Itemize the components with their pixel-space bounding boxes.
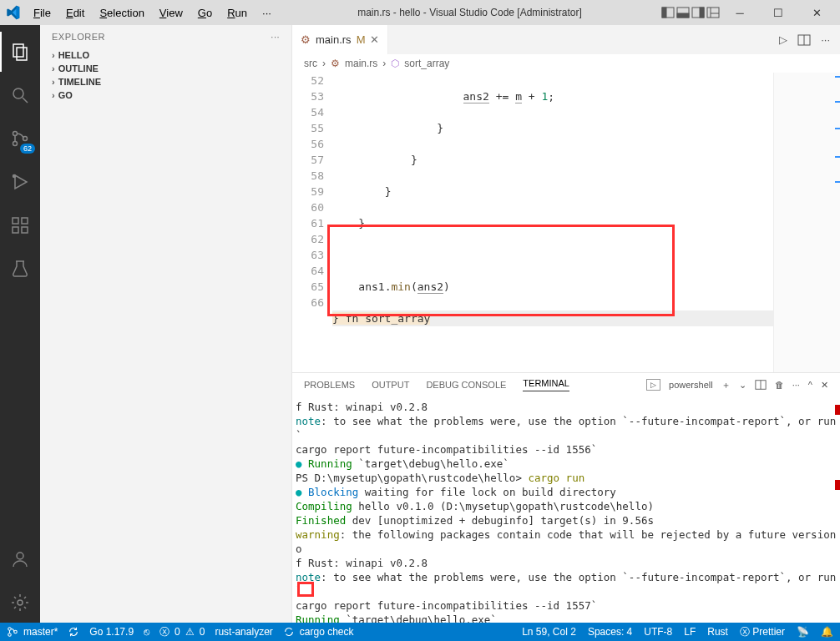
status-bar: master* Go 1.17.9 ⎋ ⓧ0 ⚠0 rust-analyzer … [0,623,840,641]
svg-rect-5 [700,8,704,18]
highlight-box-main [327,225,675,316]
layout-icon[interactable] [691,6,705,19]
tab-output[interactable]: OUTPUT [372,380,409,390]
tab-debug-console[interactable]: DEBUG CONSOLE [426,380,506,390]
svg-rect-9 [13,44,23,57]
layout-icon[interactable] [676,6,690,19]
layout-icon[interactable] [661,6,675,19]
more-icon[interactable]: ··· [821,33,830,46]
svg-line-12 [23,98,28,103]
svg-point-13 [13,132,18,136]
scm-badge: 62 [20,144,35,154]
status-sync[interactable] [68,626,79,638]
svg-point-23 [17,553,23,559]
svg-rect-19 [13,227,18,233]
tree-timeline[interactable]: ›TIMELINE [40,75,291,88]
activity-scm[interactable]: 62 [0,119,40,159]
symbol-icon: ⬡ [391,58,399,69]
svg-rect-3 [677,13,689,18]
tab-terminal[interactable]: TERMINAL [523,378,569,391]
rust-file-icon: ⚙ [331,58,340,69]
status-errors[interactable]: ⓧ0 ⚠0 [159,625,205,639]
run-icon[interactable]: ▷ [779,33,787,46]
tree-hello[interactable]: ›HELLO [40,48,291,62]
svg-rect-18 [13,218,18,224]
minimap[interactable] [773,73,840,372]
maximize-button[interactable]: ☐ [760,0,797,25]
status-position[interactable]: Ln 59, Col 2 [522,626,576,638]
split-icon[interactable] [797,33,811,47]
chevron-right-icon: › [52,90,55,100]
svg-marker-16 [15,175,27,189]
terminal-profile[interactable]: powershell [669,380,713,390]
status-eol[interactable]: LF [684,626,696,638]
panel: PROBLEMS OUTPUT DEBUG CONSOLE TERMINAL ▷… [292,372,840,623]
menu-go[interactable]: GoGo [191,5,219,21]
close-button[interactable]: ✕ [798,0,835,25]
status-lang[interactable]: Rust [707,626,728,638]
terminal-dropdown-icon[interactable]: ⌄ [739,380,746,391]
code-content[interactable]: ans2 += m + 1; } } } } ans1.min(ans2) } … [332,73,840,372]
status-go-tools[interactable]: ⎋ [144,626,149,638]
activity-extensions[interactable] [0,205,40,245]
activity-bar: 62 [0,25,40,623]
svg-rect-21 [22,218,28,224]
menu-run[interactable]: RunRun [220,5,254,21]
panel-more-icon[interactable]: ··· [792,380,800,390]
code-editor[interactable]: 525354555657585960616263646566 ans2 += m… [292,73,840,372]
tab-close-icon[interactable]: ✕ [370,33,379,46]
minimize-button[interactable]: ─ [721,0,758,25]
status-spaces[interactable]: Spaces: 4 [588,626,632,638]
tab-main-rs[interactable]: ⚙ main.rs M ✕ [292,25,388,54]
menu-edit[interactable]: EditEdit [59,5,91,21]
status-bell-icon[interactable]: 🔔 [821,626,833,638]
kill-terminal-icon[interactable]: 🗑 [775,380,784,390]
split-terminal-icon[interactable] [755,379,767,391]
activity-search[interactable] [0,75,40,115]
chevron-right-icon: › [52,50,55,60]
status-go[interactable]: Go 1.17.9 [89,626,134,638]
menu-selection[interactable]: SelectionSelection [93,5,150,21]
layout-icon[interactable] [706,6,720,19]
tree-outline[interactable]: ›OUTLINE [40,62,291,75]
status-cargo-check[interactable]: cargo check [283,626,354,638]
svg-point-29 [8,628,12,631]
menu-file[interactable]: FFileile [27,5,58,21]
window-title: main.rs - hello - Visual Studio Code [Ad… [278,7,661,18]
modified-indicator: M [357,33,366,46]
activity-settings[interactable] [0,583,40,623]
vscode-icon [5,5,20,20]
menu-more[interactable]: ··· [256,5,278,21]
activity-explorer[interactable] [0,32,40,72]
launch-profile-icon[interactable]: ▷ [646,379,660,391]
terminal[interactable]: f Rust: winapi v0.2.8 note: to see what … [292,396,840,623]
status-encoding[interactable]: UTF-8 [644,626,672,638]
status-prettier[interactable]: ⓧ Prettier [740,625,785,639]
new-terminal-icon[interactable]: ＋ [721,379,731,391]
status-analyzer[interactable]: rust-analyzer [215,626,272,638]
editor-group: ⚙ main.rs M ✕ ▷ ··· src› ⚙main.rs› ⬡sort… [292,25,840,623]
chevron-right-icon: › [52,77,55,87]
activity-account[interactable] [0,539,40,579]
breadcrumb[interactable]: src› ⚙main.rs› ⬡sort_array [292,54,840,73]
tree-go[interactable]: ›GO [40,88,291,102]
svg-point-11 [13,88,23,98]
svg-point-24 [18,600,23,605]
menu-view[interactable]: ViewView [153,5,190,21]
close-panel-icon[interactable]: ✕ [821,380,828,391]
sidebar-more-icon[interactable]: ··· [271,32,280,42]
tab-problems[interactable]: PROBLEMS [304,380,355,390]
maximize-panel-icon[interactable]: ^ [808,380,812,390]
svg-rect-1 [662,8,666,18]
chevron-right-icon: › [52,63,55,73]
status-branch[interactable]: master* [7,626,58,638]
title-bar: FFileile EditEdit SelectionSelection Vie… [0,0,840,25]
svg-rect-6 [707,8,719,18]
activity-testing[interactable] [0,249,40,289]
status-feedback-icon[interactable]: 📡 [797,626,809,638]
menu-bar: FFileile EditEdit SelectionSelection Vie… [27,5,278,21]
svg-point-30 [8,633,12,637]
svg-rect-10 [17,48,27,60]
activity-debug[interactable] [0,162,40,202]
overview-ruler-mark [835,405,840,415]
